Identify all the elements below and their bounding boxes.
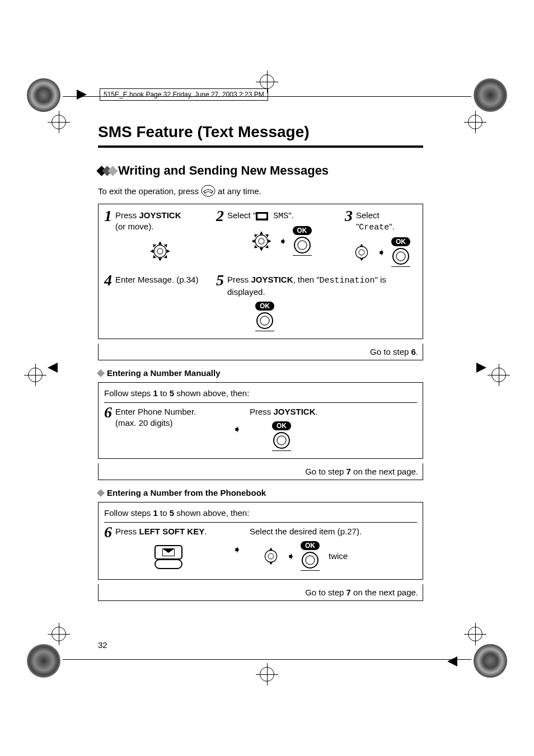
step-text: Press JOYSTICK (or move).: [115, 210, 181, 232]
section-heading-text: Writing and Sending New Messages: [118, 163, 329, 178]
goto-step-7a: Go to step 7 on the next page.: [98, 463, 423, 480]
registration-mark-icon: [464, 623, 486, 645]
page-number: 32: [98, 640, 107, 650]
arrow-right-icon: ➧: [279, 235, 287, 247]
step-6-phonebook-action: Select the desired item (p.27). ➧ OK twi…: [250, 526, 417, 572]
ok-button-icon: OK: [255, 302, 274, 331]
main-steps-box: 1 Press JOYSTICK (or move).: [98, 204, 423, 339]
joystick-up-down-icon: [261, 546, 281, 566]
step-number: 1: [104, 210, 112, 222]
ok-button-icon: OK: [293, 226, 312, 256]
step-text: Press LEFT SOFT KEY.: [115, 526, 207, 537]
intro-text: To exit the operation, press at any time…: [98, 185, 423, 197]
step-4: 4 Enter Message. (p.34): [104, 274, 216, 332]
arrow-icon: [476, 363, 486, 373]
arrow-separator: ➧: [233, 406, 250, 452]
step-6-phonebook: 6 Press LEFT SOFT KEY.: [104, 526, 233, 572]
step-6-manual: 6 Enter Phone Number.(max. 20 digits): [104, 406, 233, 452]
step-1: 1 Press JOYSTICK (or move).: [104, 210, 216, 267]
step-text: Select "Create".: [356, 210, 417, 233]
registration-mark-icon: [256, 663, 278, 685]
envelope-icon: [162, 548, 175, 556]
registration-mark-icon: [48, 623, 70, 645]
step-number: 6: [104, 406, 112, 419]
step-number: 3: [345, 210, 353, 222]
step-text: Select " SMS".: [227, 210, 294, 222]
step-text: Enter Message. (p.34): [115, 274, 198, 285]
diamond-bullet-icon: [97, 489, 105, 496]
step-number: 6: [104, 526, 112, 538]
step-text: Press JOYSTICK.: [250, 407, 318, 416]
joystick-all-directions-icon: [148, 240, 172, 263]
crop-mark-icon: [27, 644, 60, 678]
arrow-right-icon: ➧: [377, 246, 386, 259]
subsection-heading: Entering a Number from the Phonebook: [98, 488, 423, 497]
svg-point-7: [359, 250, 364, 255]
ok-button-icon: OK: [272, 421, 291, 451]
goto-step-6: Go to step 6.: [98, 344, 423, 360]
diamond-bullet-icon: [97, 369, 105, 377]
registration-mark-icon: [464, 111, 486, 133]
arrow-icon: [48, 363, 58, 373]
registration-mark-icon: [24, 364, 46, 386]
page-header: 515E_E.book Page 32 Friday, June 27, 200…: [100, 88, 268, 101]
follow-steps-text: Follow steps 1 to 5 shown above, then:: [104, 508, 417, 523]
step-number: 5: [216, 274, 224, 287]
joystick-up-down-icon: [352, 242, 372, 262]
sub-box-phonebook: Follow steps 1 to 5 shown above, then: 6…: [98, 502, 423, 580]
step-text: Select the desired item (p.27).: [250, 527, 362, 536]
step-text: Enter Phone Number.(max. 20 digits): [115, 406, 196, 429]
arrow-icon: [77, 90, 87, 100]
follow-steps-text: Follow steps 1 to 5 shown above, then:: [104, 388, 417, 403]
arrow-right-icon: ➧: [287, 550, 295, 562]
ok-button-icon: OK: [301, 541, 320, 571]
step-number: 4: [104, 274, 112, 287]
page-title: SMS Feature (Text Message): [98, 123, 423, 141]
svg-point-0: [202, 185, 215, 196]
svg-point-9: [268, 553, 274, 559]
step-6-manual-action: Press JOYSTICK. OK: [250, 406, 417, 452]
arrow-separator: ➧: [233, 526, 250, 572]
svg-point-3: [157, 248, 163, 253]
svg-point-1: [205, 194, 206, 194]
step-3: 3 Select "Create". ➧ OK: [345, 210, 417, 267]
goto-step-7b: Go to step 7 on the next page.: [98, 584, 423, 601]
section-heading: Writing and Sending New Messages: [98, 163, 423, 178]
arrow-right-icon: ➧: [233, 543, 241, 556]
step-2: 2 Select " SMS".: [216, 210, 345, 267]
joystick-all-directions-icon: [250, 229, 273, 253]
ok-button-icon: OK: [391, 237, 410, 267]
end-call-key-icon: [201, 185, 216, 197]
footer-rule: [63, 659, 471, 660]
crop-mark-icon: [27, 78, 60, 112]
crop-mark-icon: [474, 78, 507, 112]
crop-mark-icon: [474, 644, 507, 678]
arrow-right-icon: ➧: [233, 423, 241, 435]
subsection-heading: Entering a Number Manually: [98, 368, 423, 378]
arrow-icon: [447, 656, 457, 666]
step-text: Press JOYSTICK, then "Destination" is di…: [227, 274, 417, 298]
left-soft-key-icon: [154, 545, 182, 569]
envelope-icon: [256, 212, 268, 220]
svg-point-5: [258, 238, 264, 243]
sub-box-manual: Follow steps 1 to 5 shown above, then: 6…: [98, 382, 423, 459]
diamond-bullet-icon: [98, 167, 115, 175]
registration-mark-icon: [488, 364, 510, 386]
twice-label: twice: [329, 551, 348, 561]
registration-mark-icon: [48, 111, 70, 133]
step-number: 2: [216, 210, 224, 222]
step-5: 5 Press JOYSTICK, then "Destination" is …: [216, 274, 417, 332]
